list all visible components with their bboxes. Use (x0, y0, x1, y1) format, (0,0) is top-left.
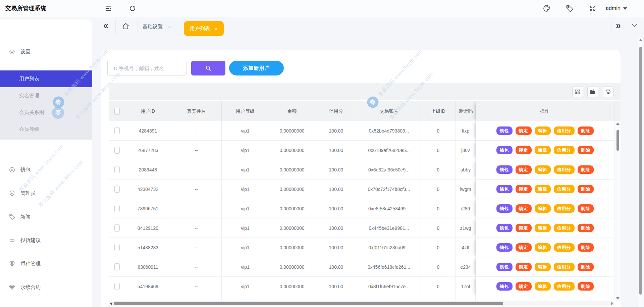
scroll-up-arrow[interactable] (616, 122, 620, 125)
page-vertical-scrollbar[interactable] (638, 38, 643, 307)
submenu-item-member-tree[interactable]: 会员关系图 (0, 104, 92, 121)
tab-basic-settings[interactable]: 基础设置 × (143, 23, 171, 30)
cell-balance (269, 296, 315, 301)
page-scroll-thumb[interactable] (639, 47, 642, 295)
row-action-button[interactable]: 钱包 (496, 263, 513, 271)
row-action-button[interactable]: 编辑 (535, 282, 551, 291)
row-action-button[interactable]: 信用分 (554, 146, 575, 154)
theme-palette-icon[interactable] (543, 4, 551, 12)
scroll-left-arrow[interactable] (110, 302, 112, 305)
sidebar-item-admins[interactable]: 管理员 (0, 187, 92, 200)
row-action-button[interactable]: 钱包 (496, 282, 513, 291)
row-action-button[interactable]: 删除 (578, 224, 594, 232)
fullscreen-icon[interactable] (589, 4, 597, 12)
row-checkbox[interactable] (114, 244, 120, 251)
row-action-button[interactable]: 锁定 (516, 224, 532, 232)
row-checkbox[interactable] (114, 166, 120, 173)
toolbar-export-icon[interactable] (587, 87, 598, 97)
home-tab-icon[interactable] (122, 22, 130, 30)
row-action-button[interactable]: 删除 (578, 146, 594, 154)
row-action-button[interactable]: 删除 (578, 185, 594, 193)
refresh-icon[interactable] (128, 4, 137, 12)
row-action-button[interactable]: 信用分 (554, 243, 575, 252)
row-action-button[interactable]: 删除 (578, 204, 594, 213)
submenu-item-kyc[interactable]: 实名管理 (0, 87, 92, 104)
scroll-tabs-left-icon[interactable]: « (103, 21, 108, 30)
close-icon[interactable]: × (168, 24, 171, 30)
row-action-button[interactable]: 锁定 (516, 243, 532, 252)
row-action-button[interactable]: 信用分 (554, 165, 575, 174)
row-action-button[interactable]: 删除 (578, 243, 594, 252)
row-action-button[interactable]: 信用分 (554, 185, 575, 193)
sidebar-item-perpetual[interactable]: 永续合约 (0, 280, 92, 294)
row-action-button[interactable]: 信用分 (554, 204, 575, 213)
row-action-button[interactable]: 编辑 (535, 224, 551, 232)
row-action-button[interactable]: 锁定 (516, 126, 532, 135)
row-action-button[interactable]: 锁定 (516, 146, 532, 154)
scroll-down-arrow[interactable] (616, 297, 620, 300)
row-checkbox[interactable] (114, 263, 120, 270)
row-action-button[interactable]: 删除 (578, 126, 594, 135)
sidebar-item-records[interactable]: 记录查看 (0, 304, 92, 307)
row-action-button[interactable]: 编辑 (535, 146, 551, 154)
table-vertical-scrollbar[interactable] (615, 121, 621, 301)
row-action-button[interactable]: 信用分 (554, 263, 575, 271)
row-action-button[interactable]: 钱包 (496, 204, 513, 213)
row-action-button[interactable]: 编辑 (535, 204, 551, 213)
table-horizontal-scrollbar[interactable] (109, 301, 614, 306)
row-checkbox[interactable] (114, 205, 120, 212)
row-action-button[interactable]: 删除 (578, 282, 594, 291)
row-action-button[interactable]: 删除 (578, 263, 594, 271)
row-action-button[interactable]: 编辑 (535, 185, 551, 193)
row-checkbox[interactable] (114, 127, 120, 134)
row-action-button[interactable]: 编辑 (535, 243, 551, 252)
row-checkbox[interactable] (114, 283, 120, 290)
row-action-button[interactable]: 钱包 (496, 165, 513, 174)
close-icon[interactable]: × (215, 26, 218, 32)
sidebar-item-wallet[interactable]: $ 钱包 (0, 163, 92, 176)
row-action-button[interactable]: 钱包 (496, 126, 513, 135)
row-action-button[interactable]: 钱包 (496, 224, 513, 232)
sidebar-item-feedback[interactable]: 投拆建议 (0, 234, 92, 247)
add-user-button[interactable]: 添加新用户 (229, 61, 284, 75)
search-input[interactable] (107, 61, 186, 75)
sidebar-item-coins[interactable]: 币种管理 (0, 257, 92, 270)
submenu-item-user-list[interactable]: 用户列表 (0, 70, 92, 87)
row-action-button[interactable]: 锁定 (516, 263, 532, 271)
column-header-credit: 信用分 (315, 101, 357, 121)
scroll-tabs-right-icon[interactable]: » (616, 21, 621, 30)
toolbar-print-icon[interactable] (603, 87, 613, 97)
sidebar-item-news[interactable]: 新闻 (0, 210, 92, 223)
row-action-button[interactable]: 信用分 (554, 282, 575, 291)
select-all-checkbox[interactable] (114, 108, 120, 115)
row-action-button[interactable]: 删除 (578, 165, 594, 174)
row-checkbox[interactable] (114, 186, 120, 193)
vertical-scroll-thumb[interactable] (616, 130, 619, 151)
row-action-button[interactable]: 信用分 (554, 126, 575, 135)
scroll-right-arrow[interactable] (611, 302, 613, 305)
row-action-button[interactable]: 编辑 (535, 165, 551, 174)
row-action-button[interactable]: 编辑 (535, 126, 551, 135)
row-action-button[interactable]: 锁定 (516, 185, 532, 193)
menu-fold-icon[interactable] (104, 4, 112, 12)
row-action-button[interactable]: 钱包 (496, 185, 513, 193)
horizontal-scroll-thumb[interactable] (114, 302, 503, 305)
tag-icon[interactable] (566, 4, 574, 12)
row-checkbox[interactable] (114, 147, 120, 154)
row-action-button[interactable]: 锁定 (516, 204, 532, 213)
row-action-button[interactable]: 锁定 (516, 165, 532, 174)
search-button[interactable] (191, 61, 225, 75)
page-scroll-up-arrow[interactable] (639, 39, 642, 41)
user-menu[interactable]: admin (606, 0, 627, 17)
sidebar-item-settings[interactable]: 设置 (0, 45, 92, 58)
row-action-button[interactable]: 钱包 (496, 146, 513, 154)
row-action-button[interactable]: 钱包 (496, 243, 513, 252)
submenu-item-member-level[interactable]: 会员等级 (0, 121, 92, 138)
tab-user-list[interactable]: 用户列表 × (184, 21, 224, 36)
row-action-button[interactable]: 编辑 (535, 263, 551, 271)
row-checkbox[interactable] (114, 224, 120, 232)
row-action-button[interactable]: 信用分 (554, 224, 575, 232)
row-action-button[interactable]: 锁定 (516, 282, 532, 291)
tab-list-chevron-down-icon[interactable] (632, 23, 638, 28)
toolbar-columns-icon[interactable] (572, 87, 583, 97)
